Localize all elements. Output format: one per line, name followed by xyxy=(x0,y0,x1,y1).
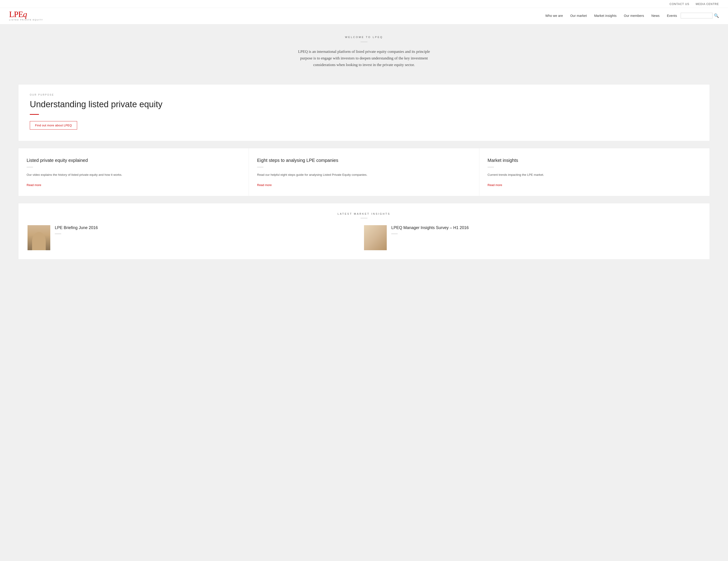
logo[interactable]: LPEq LISTED PRIVATE EQUITY xyxy=(9,10,43,21)
insights-section: LATEST MARKET INSIGHTS LPE Briefing June… xyxy=(18,203,710,259)
insight-item-0: LPE Briefing June 2016 xyxy=(28,225,364,259)
welcome-title: WELCOME TO LPEQ xyxy=(9,36,719,38)
insight-title-0: LPE Briefing June 2016 xyxy=(55,225,359,230)
card-text-1: Read our helpful eight steps guide for a… xyxy=(257,172,471,177)
insights-grid: LPE Briefing June 2016 LPEQ Manager Insi… xyxy=(28,225,700,259)
logo-text: LPEq xyxy=(9,10,43,18)
nav-our-market[interactable]: Our market xyxy=(567,14,591,18)
card-link-1[interactable]: Read more xyxy=(257,183,272,187)
insight-divider-1 xyxy=(391,233,398,234)
logo-subtitle: LISTED PRIVATE EQUITY xyxy=(9,19,43,21)
nav-market-insights[interactable]: Market insights xyxy=(591,14,620,18)
person-thumbnail xyxy=(28,225,50,250)
header: LPEq LISTED PRIVATE EQUITY Who we are Ou… xyxy=(0,8,728,24)
contact-us-link[interactable]: CONTACT US xyxy=(670,3,689,6)
card-link-2[interactable]: Read more xyxy=(488,183,502,187)
card-link-0[interactable]: Read more xyxy=(27,183,41,187)
insight-title-1: LPEQ Manager Insights Survey – H1 2016 xyxy=(391,225,696,230)
welcome-divider xyxy=(361,42,367,42)
purpose-divider xyxy=(30,114,39,115)
card-divider-2 xyxy=(488,167,494,167)
card-market-insights: Market insights Current trends impacting… xyxy=(479,148,710,196)
top-bar: CONTACT US MEDIA CENTRE xyxy=(0,0,728,8)
ring-thumbnail xyxy=(364,225,387,250)
insight-item-1: LPEQ Manager Insights Survey – H1 2016 xyxy=(364,225,700,259)
main-nav: Who we are Our market Market insights Ou… xyxy=(542,13,719,18)
media-centre-link[interactable]: MEDIA CENTRE xyxy=(696,3,719,6)
insights-divider xyxy=(361,218,367,218)
purpose-label: OUR PURPOSE xyxy=(30,94,698,96)
search-input[interactable] xyxy=(681,13,713,18)
cards-section: Listed private equity explained Our vide… xyxy=(18,148,710,196)
find-out-more-button[interactable]: Find out more about LPEQ xyxy=(30,121,77,129)
insight-content-0: LPE Briefing June 2016 xyxy=(55,225,359,250)
purpose-title: Understanding listed private equity xyxy=(30,99,698,110)
card-title-0: Listed private equity explained xyxy=(27,157,240,163)
cards-wrapper: Listed private equity explained Our vide… xyxy=(18,148,710,196)
insights-header: LATEST MARKET INSIGHTS xyxy=(28,212,700,218)
nav-events[interactable]: Events xyxy=(663,14,681,18)
insight-divider-0 xyxy=(55,233,61,234)
card-text-2: Current trends impacting the LPE market. xyxy=(488,172,701,177)
card-title-2: Market insights xyxy=(488,157,701,163)
card-lpe-explained: Listed private equity explained Our vide… xyxy=(18,148,249,196)
welcome-section: WELCOME TO LPEQ LPEQ is an international… xyxy=(0,24,728,77)
nav-who-we-are[interactable]: Who we are xyxy=(542,14,567,18)
card-divider-1 xyxy=(257,167,263,167)
purpose-card: OUR PURPOSE Understanding listed private… xyxy=(18,84,710,141)
welcome-text: LPEQ is an international platform of lis… xyxy=(293,48,435,68)
card-divider-0 xyxy=(27,167,33,167)
insight-thumb-0 xyxy=(28,225,50,250)
card-eight-steps: Eight steps to analysing LPE companies R… xyxy=(249,148,479,196)
nav-news[interactable]: News xyxy=(648,14,663,18)
insight-content-1: LPEQ Manager Insights Survey – H1 2016 xyxy=(391,225,696,250)
search-icon[interactable]: 🔍 xyxy=(714,13,719,18)
card-text-0: Our video explains the history of listed… xyxy=(27,172,240,177)
insight-thumb-1 xyxy=(364,225,387,250)
insights-title: LATEST MARKET INSIGHTS xyxy=(28,212,700,215)
nav-our-members[interactable]: Our members xyxy=(620,14,648,18)
card-title-1: Eight steps to analysing LPE companies xyxy=(257,157,471,163)
